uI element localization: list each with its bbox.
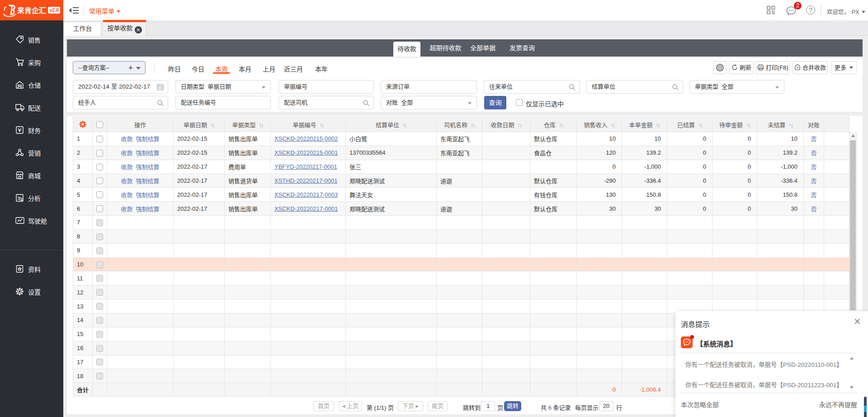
svg-text:来肯企汇: 来肯企汇	[17, 5, 46, 15]
